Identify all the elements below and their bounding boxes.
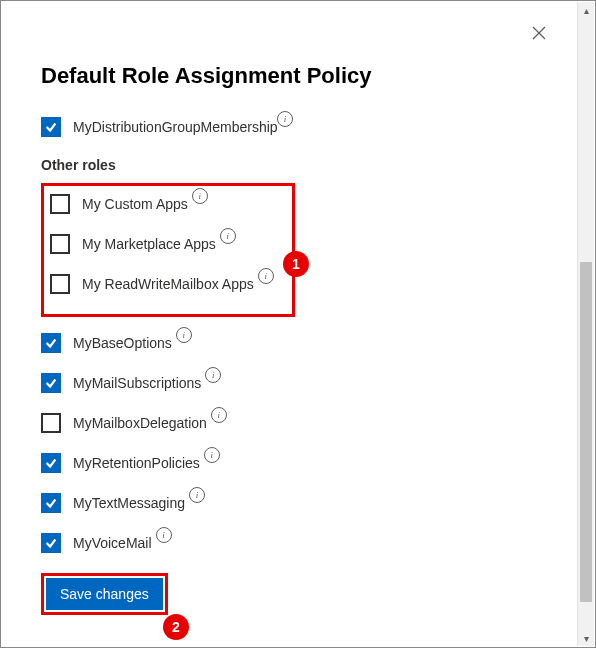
scrollbar-thumb[interactable] xyxy=(580,262,592,602)
info-icon[interactable]: i xyxy=(220,228,236,244)
check-icon xyxy=(44,496,58,510)
scroll-up-arrow-icon[interactable]: ▴ xyxy=(578,2,594,18)
vertical-scrollbar[interactable]: ▴ ▾ xyxy=(577,2,594,646)
checkbox-myretentionpolicies[interactable] xyxy=(41,453,61,473)
info-icon[interactable]: i xyxy=(277,111,293,127)
scroll-down-arrow-icon[interactable]: ▾ xyxy=(578,630,594,646)
role-row: MyMailSubscriptions i xyxy=(41,373,539,393)
close-icon xyxy=(532,26,546,40)
checkbox-mybaseoptions[interactable] xyxy=(41,333,61,353)
check-icon xyxy=(44,456,58,470)
role-row: MyVoiceMail i xyxy=(41,533,539,553)
role-row: My Custom Apps i xyxy=(50,194,286,214)
save-changes-button[interactable]: Save changes xyxy=(46,578,163,610)
role-row: My Marketplace Apps i xyxy=(50,234,286,254)
info-icon[interactable]: i xyxy=(205,367,221,383)
role-label: MyDistributionGroupMembership xyxy=(73,117,273,137)
role-label: My Marketplace Apps xyxy=(82,234,216,254)
info-icon[interactable]: i xyxy=(189,487,205,503)
annotation-badge-2: 2 xyxy=(163,614,189,640)
role-row: MyMailboxDelegation i xyxy=(41,413,539,433)
checkbox-my-custom-apps[interactable] xyxy=(50,194,70,214)
check-icon xyxy=(44,120,58,134)
checkbox-my-marketplace-apps[interactable] xyxy=(50,234,70,254)
info-icon[interactable]: i xyxy=(211,407,227,423)
role-row: MyTextMessaging i xyxy=(41,493,539,513)
check-icon xyxy=(44,376,58,390)
checkbox-mydistributiongroupmembership[interactable] xyxy=(41,117,61,137)
annotation-box-1: My Custom Apps i My Marketplace Apps i M… xyxy=(41,183,295,317)
role-row: MyBaseOptions i xyxy=(41,333,539,353)
info-icon[interactable]: i xyxy=(156,527,172,543)
annotation-box-2: Save changes xyxy=(41,573,168,615)
role-label: MyTextMessaging xyxy=(73,493,185,513)
role-row: MyRetentionPolicies i xyxy=(41,453,539,473)
checkbox-myvoicemail[interactable] xyxy=(41,533,61,553)
page-title: Default Role Assignment Policy xyxy=(41,63,539,89)
role-label: MyRetentionPolicies xyxy=(73,453,200,473)
info-icon[interactable]: i xyxy=(258,268,274,284)
role-label: My Custom Apps xyxy=(82,194,188,214)
role-label: MyMailboxDelegation xyxy=(73,413,207,433)
check-icon xyxy=(44,536,58,550)
info-icon[interactable]: i xyxy=(204,447,220,463)
check-icon xyxy=(44,336,58,350)
info-icon[interactable]: i xyxy=(176,327,192,343)
checkbox-my-readwritemailbox-apps[interactable] xyxy=(50,274,70,294)
role-label: MyVoiceMail xyxy=(73,533,152,553)
role-label: MyBaseOptions xyxy=(73,333,172,353)
role-row: My ReadWriteMailbox Apps i xyxy=(50,274,286,294)
role-label: My ReadWriteMailbox Apps xyxy=(82,274,254,294)
annotation-badge-1: 1 xyxy=(283,251,309,277)
checkbox-mymailboxdelegation[interactable] xyxy=(41,413,61,433)
other-roles-header: Other roles xyxy=(41,157,539,173)
checkbox-mytextmessaging[interactable] xyxy=(41,493,61,513)
role-label: MyMailSubscriptions xyxy=(73,373,201,393)
close-button[interactable] xyxy=(523,17,555,49)
role-row: MyDistributionGroupMembership i xyxy=(41,117,539,137)
info-icon[interactable]: i xyxy=(192,188,208,204)
checkbox-mymailsubscriptions[interactable] xyxy=(41,373,61,393)
